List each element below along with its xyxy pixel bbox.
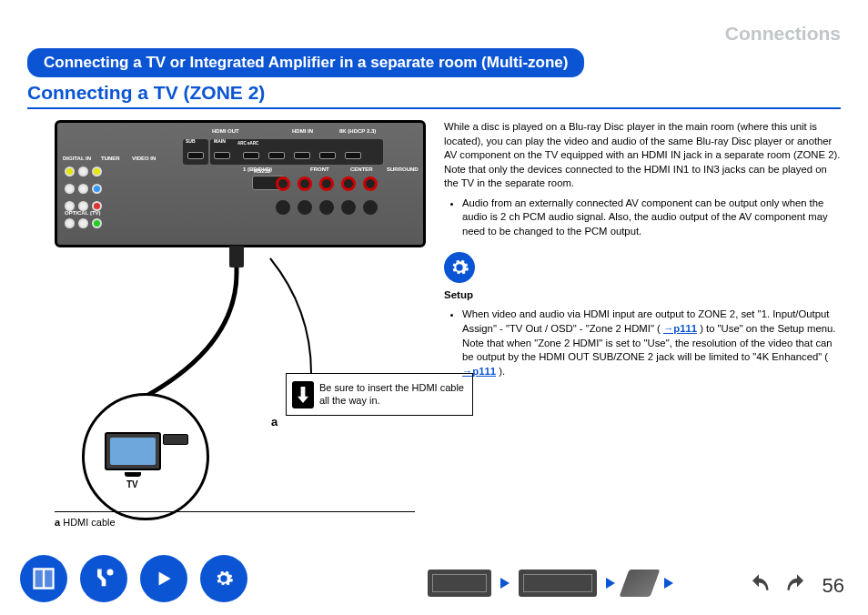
page-number: 56	[823, 574, 844, 598]
insert-arrow-icon	[292, 381, 314, 408]
play-small-icon-2[interactable]	[606, 578, 615, 589]
cable-label-a: a	[271, 415, 278, 428]
device-amp-icon[interactable]	[519, 570, 597, 597]
setup-heading: Setup	[444, 288, 841, 303]
label-digital-in: DIGITAL IN	[63, 156, 91, 161]
intro-paragraph: While a disc is played on a Blu-ray Disc…	[444, 120, 841, 191]
callout-text: Be sure to insert the HDMI cable all the…	[319, 382, 464, 406]
legend-text-a: HDMI cable	[60, 517, 116, 528]
tv-icon	[105, 432, 161, 470]
label-center: CENTER	[350, 166, 373, 172]
setup-gear-icon	[444, 252, 475, 283]
label-surround: SURROUND	[387, 166, 419, 172]
audio-note-bullet: Audio from an externally connected AV co…	[462, 197, 841, 239]
svg-point-1	[107, 570, 114, 576]
svg-rect-0	[229, 246, 244, 267]
label-rs232: RS232	[254, 168, 270, 174]
hdmi-main-port	[214, 152, 230, 159]
label-sub: SUB	[186, 138, 196, 144]
antenna-icon	[176, 121, 257, 123]
label-arc: ARC eARC	[237, 141, 258, 146]
device-receiver-icon[interactable]	[428, 570, 491, 597]
hdmi-sub-block: SUB	[183, 139, 208, 165]
play-icon	[152, 567, 176, 590]
setup-bullet: When video and audio via HDMI input are …	[462, 308, 841, 378]
section-label: Connections	[725, 23, 841, 45]
nav-connections-icon[interactable]	[80, 555, 127, 602]
label-optical: OPTICAL (TV)	[65, 210, 101, 216]
page-subheading: Connecting a TV (ZONE 2)	[27, 82, 265, 104]
cable-icon	[91, 566, 116, 591]
hdmi-block: MAIN ARC eARC	[210, 139, 383, 165]
left-jack-column	[63, 165, 136, 239]
receiver-back-panel: HDMI OUT HDMI IN 8K (HDCP 2.3) SUB MAIN …	[55, 120, 426, 247]
nav-manual-icon[interactable]	[20, 555, 67, 602]
body-text-column: While a disc is played on a Blu-ray Disc…	[444, 120, 841, 380]
gear-icon	[449, 257, 469, 277]
legend-divider	[55, 511, 415, 512]
redo-button[interactable]	[784, 573, 810, 599]
tv-circle: TV	[82, 393, 209, 520]
label-main: MAIN	[214, 138, 226, 144]
link-p111-a[interactable]: →p111	[663, 323, 697, 334]
label-hdcp: 8K (HDCP 2.3)	[339, 128, 376, 134]
hdmi-plug-icon	[163, 434, 188, 445]
speaker-terminals	[272, 174, 418, 241]
footer-device-icons	[428, 570, 673, 597]
undo-button[interactable]	[746, 573, 772, 599]
label-video-in: VIDEO IN	[132, 156, 156, 161]
divider	[27, 107, 841, 109]
link-p111-b[interactable]: →p111	[462, 366, 496, 377]
nav-playback-icon[interactable]	[140, 555, 187, 602]
legend: a HDMI cable	[55, 517, 116, 528]
diagram-area: HDMI OUT HDMI IN 8K (HDCP 2.3) SUB MAIN …	[55, 120, 428, 247]
label-hdmi-in: HDMI IN	[292, 128, 313, 134]
play-small-icon[interactable]	[500, 578, 510, 589]
setup-text-post: ).	[499, 366, 505, 377]
label-front: FRONT	[310, 166, 329, 172]
footer: 56	[0, 548, 868, 602]
tv-label: TV	[126, 479, 138, 489]
book-icon	[31, 566, 56, 591]
nav-setup-icon[interactable]	[200, 555, 247, 602]
redo-icon	[784, 573, 810, 599]
label-tuner: TUNER	[101, 156, 120, 161]
chapter-title-bar: Connecting a TV or Integrated Amplifier …	[27, 48, 584, 77]
undo-icon	[746, 573, 772, 599]
label-hdmi-out: HDMI OUT	[212, 128, 239, 134]
play-small-icon-3[interactable]	[664, 578, 673, 589]
remote-icon[interactable]	[620, 570, 661, 597]
gear-icon	[214, 569, 234, 589]
